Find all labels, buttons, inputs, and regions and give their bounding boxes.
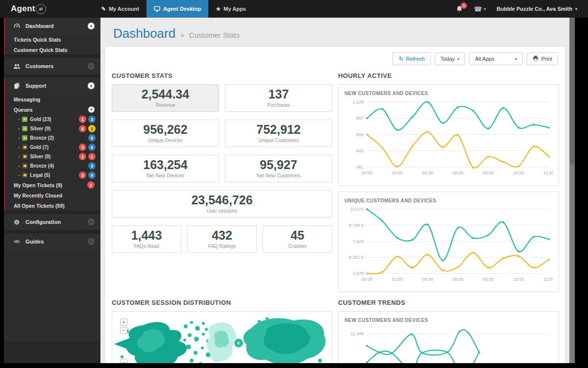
sidebar: Dashboard▼Tickets Quick StatsCustomer Qu…	[4, 18, 100, 363]
map-zoom-out-button-2[interactable]: −	[120, 359, 127, 363]
chevron-down-icon[interactable]: ▼	[88, 219, 95, 225]
stat-value: 2,544.34	[142, 88, 189, 100]
breadcrumb-separator: >	[180, 32, 184, 39]
refresh-button[interactable]: ↻ Refresh	[392, 52, 431, 65]
chevron-down-icon: ▾	[484, 7, 486, 11]
sidebar-item-customers[interactable]: Customers▼	[4, 58, 100, 74]
queue-app-glyph	[24, 146, 26, 148]
sidebar-subitem-customer-quick-stats[interactable]: Customer Quick Stats	[4, 45, 100, 55]
sidebar-subitem-my-recently-closed[interactable]: My Recently Closed	[4, 190, 100, 200]
queue-item-gold-7[interactable]: ▪Gold (7)30	[4, 143, 100, 152]
docs-icon	[12, 82, 21, 89]
sidebar-subitem-messaging[interactable]: Messaging	[4, 94, 100, 104]
sidebar-item-label: Guides	[25, 239, 44, 245]
main-nav: ✎ My Account Agent Desktop ★ My Apps	[94, 0, 253, 18]
sidebar-subitem-tickets-quick-stats[interactable]: Tickets Quick Stats	[4, 34, 100, 45]
vertical-scrollbar[interactable]	[569, 18, 575, 363]
breadcrumb-dashboard-link[interactable]: Dashboard	[113, 26, 175, 41]
chevron-down-icon[interactable]: ▼	[88, 106, 95, 113]
stat-card-unique-customers[interactable]: 752,912Unique Customers	[225, 120, 332, 147]
stat-card-faqs-read[interactable]: 1,443FAQs Read	[112, 225, 181, 253]
stat-label: Unique Devices	[148, 138, 182, 143]
queue-item-label: Legal (5)	[30, 172, 50, 178]
sidebar-subitem-label: Queues	[14, 107, 33, 113]
sidebar-subitem-label: My Recently Closed	[14, 193, 62, 198]
print-button[interactable]: Print	[527, 52, 558, 65]
map-zoom-in-button[interactable]: +	[120, 319, 127, 326]
trends-line-chart[interactable]: 11,44911,449	[344, 325, 553, 363]
sidebar-item-guides[interactable]: </>Guides▼	[4, 233, 100, 250]
customer-stats-grid: 2,544.34Revenue137Purchases956,262Unique…	[112, 84, 332, 253]
sidebar-item-configuration[interactable]: ⚙Configuration▼	[4, 214, 100, 230]
sidebar-subitem-my-open-tickets-9[interactable]: My Open Tickets (9)2	[4, 180, 100, 190]
apps-filter-select[interactable]: All Apps ▾	[469, 52, 523, 65]
notifications-button[interactable]: 1	[456, 5, 463, 13]
nav-my-account[interactable]: ✎ My Account	[94, 0, 147, 18]
stat-value: 432	[212, 229, 232, 242]
date-range-label: Today	[441, 56, 455, 62]
count-badge: 0	[88, 134, 96, 142]
stat-label: Unique Customers	[258, 138, 299, 143]
svg-text:06:00: 06:00	[452, 277, 464, 282]
left-column: CUSTOMER STATS 2,544.34Revenue137Purchas…	[112, 65, 332, 363]
queue-app-glyph	[24, 127, 26, 130]
phone-menu[interactable]: ☎ ▾	[474, 5, 486, 13]
svg-text:12:00: 12:00	[543, 277, 553, 282]
sidebar-subitem-all-open-tickets-59[interactable]: All Open Tickets (59)	[4, 200, 100, 211]
queue-item-gold-23[interactable]: ▪Gold (23)13	[4, 115, 100, 124]
stat-card-user-sessions[interactable]: 23,546,726User sessions	[112, 190, 332, 218]
chevron-down-icon[interactable]: ▼	[88, 238, 95, 245]
stat-card-revenue[interactable]: 2,544.34Revenue	[112, 84, 219, 112]
stat-card-purchases[interactable]: 137Purchases	[225, 84, 332, 112]
nav-my-apps[interactable]: ★ My Apps	[208, 0, 253, 18]
chevron-down-icon[interactable]: ▼	[88, 82, 95, 89]
count-badge: 3	[79, 172, 86, 179]
brand-logo[interactable]: Agent ai	[11, 4, 46, 14]
world-map[interactable]: <	[112, 312, 332, 363]
nav-my-account-label: My Account	[109, 6, 139, 12]
queue-item-legal-5[interactable]: ▪Legal (5)30	[4, 171, 100, 180]
bullet-icon: ▪	[18, 173, 20, 178]
sidebar-item-support[interactable]: Support▼	[4, 77, 100, 94]
badge-group: 30	[79, 172, 96, 179]
chevron-down-icon[interactable]: ▼	[88, 63, 95, 70]
account-menu[interactable]: Bubble Puzzle Co., Ava Smith ▾	[497, 6, 577, 12]
nav-agent-desktop[interactable]: Agent Desktop	[147, 0, 209, 18]
stat-card-faq-ratings[interactable]: 432FAQ Ratings	[187, 225, 257, 253]
badge-group: 2	[87, 181, 95, 189]
svg-text:6,251.5: 6,251.5	[349, 255, 364, 260]
navbar-right: 1 ☎ ▾ Bubble Puzzle Co., Ava Smith ▾	[456, 5, 588, 13]
queue-app-icon	[22, 126, 27, 131]
chevron-down-icon[interactable]: ▼	[88, 23, 95, 29]
map-zoom-out-button[interactable]: −	[120, 327, 127, 334]
sidebar-subitem-label: Messaging	[14, 97, 40, 102]
stat-card-net-new-customers[interactable]: 95,927Net New Customers	[225, 155, 332, 182]
sidebar-subitem-queues[interactable]: Queues▼	[4, 104, 100, 115]
customer-trends-panel: NEW CUSTOMERS AND DEVICES 11,44911,449	[338, 311, 559, 363]
stat-card-unique-devices[interactable]: 956,262Unique Devices	[112, 120, 219, 147]
sidebar-item-label: Support	[25, 83, 46, 89]
queue-item-silver-9[interactable]: ▪Silver (9)52	[4, 124, 100, 133]
stat-card-crashes[interactable]: 45Crashes	[263, 225, 332, 253]
sidebar-item-dashboard[interactable]: Dashboard▼	[4, 18, 100, 34]
queue-app-icon	[22, 163, 27, 169]
scrollbar-thumb[interactable]	[570, 18, 574, 165]
stat-card-net-new-devices[interactable]: 163,254Net New Devices	[112, 155, 219, 182]
count-badge: 0	[88, 144, 96, 151]
bullet-icon: ▪	[18, 117, 20, 122]
date-range-dropdown[interactable]: Today ▾	[435, 52, 465, 65]
svg-text:02:00: 02:00	[392, 277, 403, 282]
hourly-new-line-chart[interactable]: 4816438059671,12900:0002:0004:0006:0008:…	[344, 98, 553, 178]
queue-item-silver-9[interactable]: ▪Silver (9)21	[4, 152, 100, 161]
stat-value: 1,443	[131, 229, 162, 242]
stat-label: FAQs Read	[134, 244, 159, 249]
queue-item-bronze-2[interactable]: ▪Bronze (2)0	[4, 133, 100, 143]
count-badge: 1	[88, 153, 96, 160]
star-icon: ★	[216, 6, 220, 12]
section-customer-stats: CUSTOMER STATS	[112, 72, 332, 79]
hourly-unique-line-chart[interactable]: 4,9786,251.57,5258,798.510,07200:0002:00…	[344, 205, 553, 284]
stat-label: User sessions	[207, 208, 238, 214]
queue-app-glyph	[24, 165, 26, 167]
stat-label: Revenue	[155, 102, 175, 108]
queue-item-bronze-4[interactable]: ▪Bronze (4)3	[4, 161, 100, 171]
